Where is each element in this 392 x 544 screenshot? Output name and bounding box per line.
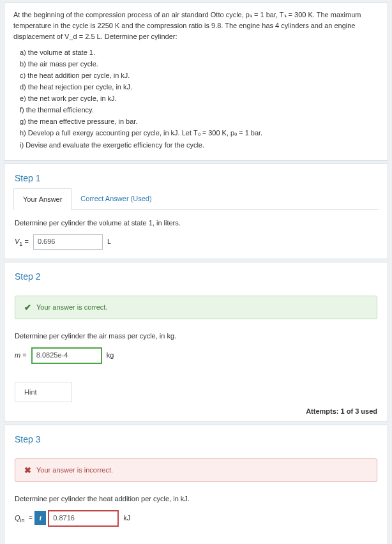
problem-stem: At the beginning of the compression proc…	[13, 10, 379, 42]
step3-var: Qin =	[15, 514, 33, 522]
tab-correct-answer[interactable]: Correct Answer (Used)	[72, 188, 160, 209]
info-icon[interactable]: i	[34, 511, 46, 525]
check-icon: ✔	[24, 303, 31, 312]
step1-prompt: Determine per cylinder the volume at sta…	[15, 219, 377, 227]
step1-var: V1 =	[15, 238, 29, 245]
hint-button[interactable]: Hint	[15, 382, 72, 402]
step2-var: m =	[15, 351, 27, 359]
step3-prompt: Determine per cylinder the heat addition…	[15, 495, 377, 502]
step3-unit: kJ	[123, 514, 130, 522]
problem-statement: At the beginning of the compression proc…	[4, 3, 388, 161]
step-title: Step 1	[4, 164, 388, 188]
step-1: Step 1 Your Answer Correct Answer (Used)…	[4, 163, 388, 259]
incorrect-banner: ✖ Your answer is incorrect.	[15, 458, 377, 482]
step-title: Step 3	[4, 425, 388, 450]
cross-icon: ✖	[24, 465, 31, 475]
correct-banner: ✔ Your answer is correct.	[15, 296, 377, 319]
step-2: Step 2 ✔ Your answer is correct. Determi…	[4, 262, 388, 422]
step-3: Step 3 ✖ Your answer is incorrect. Deter…	[4, 425, 388, 544]
step-title: Step 2	[4, 262, 388, 287]
step3-input[interactable]: 0.8716	[48, 510, 119, 527]
attempts-text: Attempts: 1 of 3 used	[306, 407, 377, 415]
step1-unit: L	[107, 238, 111, 245]
step2-prompt: Determine per cylinder the air mass per …	[15, 332, 377, 340]
step2-input[interactable]: 8.0825e-4	[31, 347, 102, 364]
step1-input[interactable]: 0.696	[33, 234, 103, 250]
tab-your-answer[interactable]: Your Answer	[13, 188, 72, 210]
step2-unit: kg	[107, 351, 114, 359]
problem-parts: a) the volume at state 1. b) the air mas…	[13, 47, 379, 150]
answer-tabs: Your Answer Correct Answer (Used)	[13, 188, 379, 210]
